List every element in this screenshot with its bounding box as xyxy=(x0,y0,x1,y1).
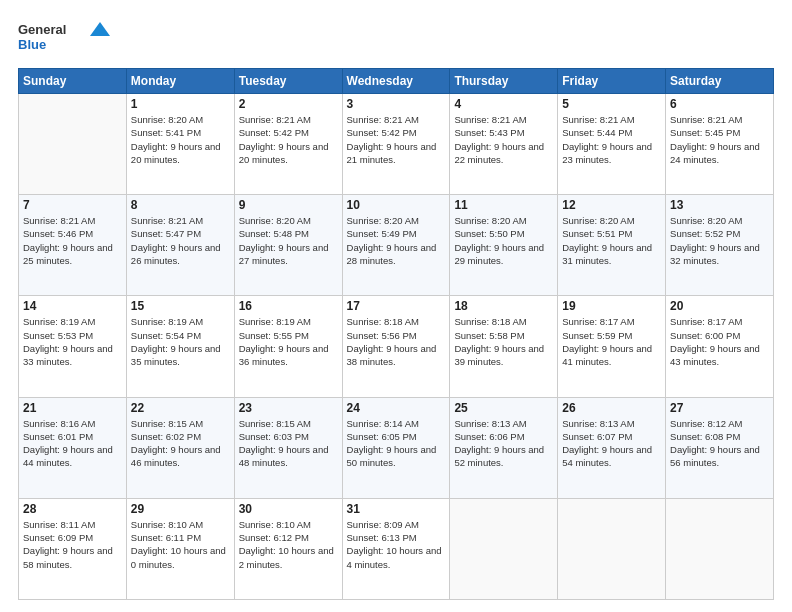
calendar-cell xyxy=(450,498,558,599)
day-number: 12 xyxy=(562,198,661,212)
daylight-text: Daylight: 9 hours and 20 minutes. xyxy=(131,141,221,165)
day-number: 27 xyxy=(670,401,769,415)
day-info: Sunrise: 8:13 AM Sunset: 6:06 PM Dayligh… xyxy=(454,417,553,470)
day-info: Sunrise: 8:16 AM Sunset: 6:01 PM Dayligh… xyxy=(23,417,122,470)
sunrise-text: Sunrise: 8:13 AM xyxy=(562,418,634,429)
calendar-cell: 5 Sunrise: 8:21 AM Sunset: 5:44 PM Dayli… xyxy=(558,94,666,195)
day-number: 3 xyxy=(347,97,446,111)
day-info: Sunrise: 8:20 AM Sunset: 5:52 PM Dayligh… xyxy=(670,214,769,267)
day-header-sunday: Sunday xyxy=(19,69,127,94)
calendar-cell: 4 Sunrise: 8:21 AM Sunset: 5:43 PM Dayli… xyxy=(450,94,558,195)
sunrise-text: Sunrise: 8:17 AM xyxy=(670,316,742,327)
sunset-text: Sunset: 5:52 PM xyxy=(670,228,740,239)
day-info: Sunrise: 8:18 AM Sunset: 5:56 PM Dayligh… xyxy=(347,315,446,368)
day-number: 18 xyxy=(454,299,553,313)
day-header-wednesday: Wednesday xyxy=(342,69,450,94)
sunrise-text: Sunrise: 8:13 AM xyxy=(454,418,526,429)
calendar-cell xyxy=(666,498,774,599)
sunrise-text: Sunrise: 8:21 AM xyxy=(454,114,526,125)
day-info: Sunrise: 8:21 AM Sunset: 5:45 PM Dayligh… xyxy=(670,113,769,166)
day-number: 9 xyxy=(239,198,338,212)
sunset-text: Sunset: 5:45 PM xyxy=(670,127,740,138)
logo: General Blue xyxy=(18,18,118,58)
sunset-text: Sunset: 5:55 PM xyxy=(239,330,309,341)
day-number: 22 xyxy=(131,401,230,415)
day-header-saturday: Saturday xyxy=(666,69,774,94)
day-info: Sunrise: 8:14 AM Sunset: 6:05 PM Dayligh… xyxy=(347,417,446,470)
sunset-text: Sunset: 6:03 PM xyxy=(239,431,309,442)
sunset-text: Sunset: 5:47 PM xyxy=(131,228,201,239)
calendar-cell: 3 Sunrise: 8:21 AM Sunset: 5:42 PM Dayli… xyxy=(342,94,450,195)
calendar-cell: 21 Sunrise: 8:16 AM Sunset: 6:01 PM Dayl… xyxy=(19,397,127,498)
sunrise-text: Sunrise: 8:21 AM xyxy=(670,114,742,125)
sunset-text: Sunset: 5:53 PM xyxy=(23,330,93,341)
day-info: Sunrise: 8:21 AM Sunset: 5:44 PM Dayligh… xyxy=(562,113,661,166)
day-header-friday: Friday xyxy=(558,69,666,94)
day-number: 21 xyxy=(23,401,122,415)
day-info: Sunrise: 8:21 AM Sunset: 5:47 PM Dayligh… xyxy=(131,214,230,267)
daylight-text: Daylight: 9 hours and 21 minutes. xyxy=(347,141,437,165)
daylight-text: Daylight: 9 hours and 26 minutes. xyxy=(131,242,221,266)
sunrise-text: Sunrise: 8:20 AM xyxy=(347,215,419,226)
day-info: Sunrise: 8:21 AM Sunset: 5:43 PM Dayligh… xyxy=(454,113,553,166)
sunrise-text: Sunrise: 8:17 AM xyxy=(562,316,634,327)
daylight-text: Daylight: 9 hours and 24 minutes. xyxy=(670,141,760,165)
sunset-text: Sunset: 6:00 PM xyxy=(670,330,740,341)
calendar-cell: 6 Sunrise: 8:21 AM Sunset: 5:45 PM Dayli… xyxy=(666,94,774,195)
day-number: 10 xyxy=(347,198,446,212)
sunset-text: Sunset: 5:43 PM xyxy=(454,127,524,138)
calendar-cell xyxy=(19,94,127,195)
calendar-table: SundayMondayTuesdayWednesdayThursdayFrid… xyxy=(18,68,774,600)
daylight-text: Daylight: 9 hours and 32 minutes. xyxy=(670,242,760,266)
daylight-text: Daylight: 9 hours and 39 minutes. xyxy=(454,343,544,367)
sunrise-text: Sunrise: 8:21 AM xyxy=(23,215,95,226)
calendar-cell: 20 Sunrise: 8:17 AM Sunset: 6:00 PM Dayl… xyxy=(666,296,774,397)
day-number: 19 xyxy=(562,299,661,313)
calendar-week-3: 14 Sunrise: 8:19 AM Sunset: 5:53 PM Dayl… xyxy=(19,296,774,397)
day-number: 8 xyxy=(131,198,230,212)
sunrise-text: Sunrise: 8:15 AM xyxy=(239,418,311,429)
page-header: General Blue xyxy=(18,18,774,58)
day-info: Sunrise: 8:21 AM Sunset: 5:42 PM Dayligh… xyxy=(347,113,446,166)
daylight-text: Daylight: 9 hours and 28 minutes. xyxy=(347,242,437,266)
day-info: Sunrise: 8:12 AM Sunset: 6:08 PM Dayligh… xyxy=(670,417,769,470)
day-info: Sunrise: 8:18 AM Sunset: 5:58 PM Dayligh… xyxy=(454,315,553,368)
daylight-text: Daylight: 9 hours and 29 minutes. xyxy=(454,242,544,266)
calendar-cell: 14 Sunrise: 8:19 AM Sunset: 5:53 PM Dayl… xyxy=(19,296,127,397)
sunrise-text: Sunrise: 8:19 AM xyxy=(131,316,203,327)
calendar-cell: 22 Sunrise: 8:15 AM Sunset: 6:02 PM Dayl… xyxy=(126,397,234,498)
calendar-cell: 8 Sunrise: 8:21 AM Sunset: 5:47 PM Dayli… xyxy=(126,195,234,296)
daylight-text: Daylight: 9 hours and 43 minutes. xyxy=(670,343,760,367)
calendar-cell: 1 Sunrise: 8:20 AM Sunset: 5:41 PM Dayli… xyxy=(126,94,234,195)
daylight-text: Daylight: 9 hours and 38 minutes. xyxy=(347,343,437,367)
day-info: Sunrise: 8:13 AM Sunset: 6:07 PM Dayligh… xyxy=(562,417,661,470)
day-number: 1 xyxy=(131,97,230,111)
day-info: Sunrise: 8:15 AM Sunset: 6:03 PM Dayligh… xyxy=(239,417,338,470)
calendar-cell: 29 Sunrise: 8:10 AM Sunset: 6:11 PM Dayl… xyxy=(126,498,234,599)
daylight-text: Daylight: 9 hours and 36 minutes. xyxy=(239,343,329,367)
day-info: Sunrise: 8:11 AM Sunset: 6:09 PM Dayligh… xyxy=(23,518,122,571)
day-info: Sunrise: 8:20 AM Sunset: 5:41 PM Dayligh… xyxy=(131,113,230,166)
sunrise-text: Sunrise: 8:21 AM xyxy=(562,114,634,125)
day-info: Sunrise: 8:10 AM Sunset: 6:11 PM Dayligh… xyxy=(131,518,230,571)
calendar-cell: 11 Sunrise: 8:20 AM Sunset: 5:50 PM Dayl… xyxy=(450,195,558,296)
sunset-text: Sunset: 5:56 PM xyxy=(347,330,417,341)
sunset-text: Sunset: 6:02 PM xyxy=(131,431,201,442)
sunrise-text: Sunrise: 8:20 AM xyxy=(131,114,203,125)
day-info: Sunrise: 8:21 AM Sunset: 5:42 PM Dayligh… xyxy=(239,113,338,166)
sunset-text: Sunset: 5:48 PM xyxy=(239,228,309,239)
daylight-text: Daylight: 9 hours and 41 minutes. xyxy=(562,343,652,367)
sunrise-text: Sunrise: 8:10 AM xyxy=(131,519,203,530)
sunrise-text: Sunrise: 8:19 AM xyxy=(23,316,95,327)
daylight-text: Daylight: 10 hours and 4 minutes. xyxy=(347,545,442,569)
sunset-text: Sunset: 5:54 PM xyxy=(131,330,201,341)
day-info: Sunrise: 8:15 AM Sunset: 6:02 PM Dayligh… xyxy=(131,417,230,470)
day-info: Sunrise: 8:20 AM Sunset: 5:49 PM Dayligh… xyxy=(347,214,446,267)
calendar-week-4: 21 Sunrise: 8:16 AM Sunset: 6:01 PM Dayl… xyxy=(19,397,774,498)
sunrise-text: Sunrise: 8:21 AM xyxy=(347,114,419,125)
daylight-text: Daylight: 9 hours and 54 minutes. xyxy=(562,444,652,468)
day-number: 14 xyxy=(23,299,122,313)
day-info: Sunrise: 8:21 AM Sunset: 5:46 PM Dayligh… xyxy=(23,214,122,267)
daylight-text: Daylight: 9 hours and 44 minutes. xyxy=(23,444,113,468)
sunrise-text: Sunrise: 8:19 AM xyxy=(239,316,311,327)
